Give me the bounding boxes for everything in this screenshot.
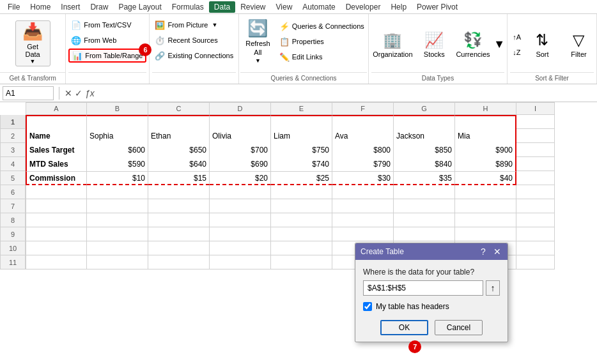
cell-f7[interactable] bbox=[332, 199, 394, 213]
cell-c6[interactable] bbox=[148, 185, 210, 199]
queries-connections-button[interactable]: ⚡ Queries & Connections bbox=[277, 19, 367, 33]
cell-f3[interactable]: $800 bbox=[332, 143, 394, 157]
cell-e6[interactable] bbox=[271, 185, 332, 199]
cell-f4[interactable]: $790 bbox=[332, 157, 394, 171]
cell-i1[interactable] bbox=[516, 115, 555, 129]
cell-a4[interactable]: MTD Sales bbox=[26, 157, 87, 171]
filter-button[interactable]: ▽ Filter bbox=[561, 22, 596, 68]
cell-b10[interactable] bbox=[87, 241, 148, 255]
cell-b3[interactable]: $600 bbox=[87, 143, 148, 157]
cell-i6[interactable] bbox=[516, 185, 555, 199]
cell-h3[interactable]: $900 bbox=[455, 143, 516, 157]
cell-c10[interactable] bbox=[148, 241, 210, 255]
cell-i11[interactable] bbox=[516, 255, 555, 269]
cell-g9[interactable] bbox=[394, 227, 455, 241]
cell-f9[interactable] bbox=[332, 227, 394, 241]
cell-a11[interactable] bbox=[26, 255, 87, 269]
cell-f2[interactable]: Ava bbox=[332, 129, 394, 143]
cell-g5[interactable]: $35 bbox=[394, 171, 455, 185]
cell-i9[interactable] bbox=[516, 227, 555, 241]
get-data-button[interactable]: 📥 GetData ▼ bbox=[15, 20, 50, 66]
cell-b11[interactable] bbox=[87, 255, 148, 269]
cell-c7[interactable] bbox=[148, 199, 210, 213]
cell-d3[interactable]: $700 bbox=[210, 143, 271, 157]
cell-i7[interactable] bbox=[516, 199, 555, 213]
cell-a6[interactable] bbox=[26, 185, 87, 199]
cell-f1[interactable] bbox=[332, 115, 394, 129]
from-table-range-button[interactable]: 📊 From Table/Range 6 bbox=[68, 49, 146, 63]
menu-draw[interactable]: Draw bbox=[85, 1, 113, 13]
dialog-cancel-button[interactable]: Cancel bbox=[435, 320, 483, 335]
cell-d7[interactable] bbox=[210, 199, 271, 213]
sort-az-button[interactable]: ↑A bbox=[510, 30, 523, 44]
cell-h7[interactable] bbox=[455, 199, 516, 213]
menu-data[interactable]: Data bbox=[209, 1, 235, 13]
cell-i2[interactable] bbox=[516, 129, 555, 143]
cell-c9[interactable] bbox=[148, 227, 210, 241]
dialog-help-icon[interactable]: ? bbox=[478, 246, 488, 257]
cell-e11[interactable] bbox=[271, 255, 332, 269]
cell-b1[interactable] bbox=[87, 115, 148, 129]
cell-i10[interactable] bbox=[516, 241, 555, 255]
sort-button[interactable]: ⇅ Sort bbox=[525, 22, 560, 68]
cell-g4[interactable]: $840 bbox=[394, 157, 455, 171]
cell-a10[interactable] bbox=[26, 241, 87, 255]
cell-b4[interactable]: $590 bbox=[87, 157, 148, 171]
cell-h5[interactable]: $40 bbox=[455, 171, 516, 185]
cell-f6[interactable] bbox=[332, 185, 394, 199]
from-web-button[interactable]: 🌐 From Web bbox=[68, 33, 146, 47]
cell-e3[interactable]: $750 bbox=[271, 143, 332, 157]
cell-d11[interactable] bbox=[210, 255, 271, 269]
cell-g2[interactable]: Jackson bbox=[394, 129, 455, 143]
name-box[interactable] bbox=[3, 86, 54, 100]
cell-g8[interactable] bbox=[394, 213, 455, 227]
formula-confirm-icon[interactable]: ✓ bbox=[75, 88, 82, 98]
cell-h1[interactable]: 5 bbox=[455, 115, 516, 129]
dialog-range-input[interactable] bbox=[363, 280, 483, 296]
cell-i8[interactable] bbox=[516, 213, 555, 227]
cell-a7[interactable] bbox=[26, 199, 87, 213]
cell-a5[interactable]: Commission bbox=[26, 171, 87, 185]
cell-c11[interactable] bbox=[148, 255, 210, 269]
cell-i5[interactable] bbox=[516, 171, 555, 185]
cell-e5[interactable]: $25 bbox=[271, 171, 332, 185]
dialog-range-selector-button[interactable]: ↑ bbox=[486, 280, 500, 296]
refresh-all-button[interactable]: 🔄 Refresh All ▼ bbox=[240, 18, 275, 64]
dialog-ok-button[interactable]: OK bbox=[380, 320, 428, 335]
cell-h9[interactable] bbox=[455, 227, 516, 241]
cell-c1[interactable] bbox=[148, 115, 210, 129]
dialog-close-icon[interactable]: ✕ bbox=[492, 246, 502, 257]
cell-b2[interactable]: Sophia bbox=[87, 129, 148, 143]
cell-e9[interactable] bbox=[271, 227, 332, 241]
cell-b8[interactable] bbox=[87, 213, 148, 227]
sort-za-button[interactable]: ↓Z bbox=[510, 45, 523, 59]
cell-d1[interactable] bbox=[210, 115, 271, 129]
cell-e1[interactable] bbox=[271, 115, 332, 129]
cell-d4[interactable]: $690 bbox=[210, 157, 271, 171]
menu-view[interactable]: View bbox=[271, 1, 298, 13]
cell-h6[interactable] bbox=[455, 185, 516, 199]
cell-a9[interactable] bbox=[26, 227, 87, 241]
data-types-expand-button[interactable]: ▼ bbox=[494, 38, 504, 51]
organization-button[interactable]: 🏢 Organization bbox=[371, 20, 414, 68]
cell-e2[interactable]: Liam bbox=[271, 129, 332, 143]
dialog-headers-checkbox[interactable] bbox=[363, 302, 372, 311]
menu-developer[interactable]: Developer bbox=[341, 1, 386, 13]
formula-function-icon[interactable]: ƒx bbox=[85, 88, 95, 98]
cell-e10[interactable] bbox=[271, 241, 332, 255]
cell-f5[interactable]: $30 bbox=[332, 171, 394, 185]
cell-d2[interactable]: Olivia bbox=[210, 129, 271, 143]
properties-button[interactable]: 📋 Properties bbox=[277, 34, 367, 49]
cell-h4[interactable]: $890 bbox=[455, 157, 516, 171]
cell-g3[interactable]: $850 bbox=[394, 143, 455, 157]
menu-insert[interactable]: Insert bbox=[56, 1, 85, 13]
menu-file[interactable]: File bbox=[3, 1, 25, 13]
cell-e4[interactable]: $740 bbox=[271, 157, 332, 171]
cell-b5[interactable]: $10 bbox=[87, 171, 148, 185]
cell-c2[interactable]: Ethan bbox=[148, 129, 210, 143]
currencies-button[interactable]: 💱 Currencies bbox=[454, 20, 492, 68]
cell-b9[interactable] bbox=[87, 227, 148, 241]
menu-help[interactable]: Help bbox=[385, 1, 412, 13]
from-text-csv-button[interactable]: 📄 From Text/CSV bbox=[68, 18, 146, 32]
cell-b7[interactable] bbox=[87, 199, 148, 213]
